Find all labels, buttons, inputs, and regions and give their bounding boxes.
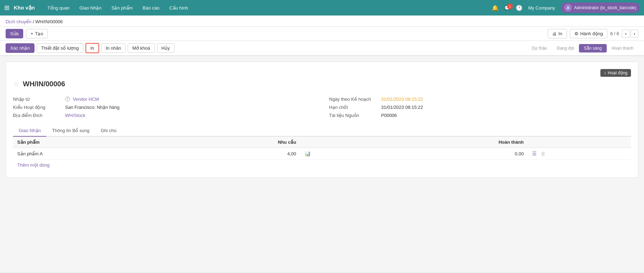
menu-item-giaonhan[interactable]: Giao Nhận [75,3,106,13]
forecast-chart-icon[interactable]: 📊 [305,151,311,156]
cell-completion: 0,00 [369,148,528,160]
topnav-right: 🔔 💬1 🕐 My Company A Administrator (to_st… [492,2,640,13]
main-content: ↕ Hoạt động ☆ WH/IN/00006 Nhập từ ? Vend… [0,56,644,273]
help-icon-nhap-tu[interactable]: ? [65,97,70,101]
tab-thong-tin[interactable]: Thông tin Bổ sung [46,125,95,137]
delete-row-icon[interactable]: 🗑 [541,151,546,156]
record-title: WH/IN/00006 [23,80,65,88]
apps-icon[interactable]: ⊞ [4,4,9,12]
prev-arrow[interactable]: ‹ [622,30,630,38]
statusbar: Dự thảo Đang đợi Sẵn sàng Hoàn thành [527,44,638,52]
next-arrow[interactable]: › [631,30,638,38]
star-icon[interactable]: ☆ [13,80,19,88]
plus-icon: + [31,31,33,36]
label-han-chot: Hạn chốt [329,105,378,110]
col-san-pham: Sản phẩm [13,137,174,148]
fields-grid: Nhập từ ? Vendor HCM Kiểu Hoạt động San … [13,95,631,119]
user-avatar: A [564,4,572,12]
arrow-up-down-icon: ↕ [604,70,606,75]
printer-icon: 🖨 [552,31,557,36]
record-header: ☆ WH/IN/00006 [13,80,631,88]
cell-chart-icon[interactable]: 📊 [300,148,369,160]
fields-left: Nhập từ ? Vendor HCM Kiểu Hoạt động San … [13,95,315,119]
value-dia-diem-dich[interactable]: WH/Stock [65,113,85,118]
field-dia-diem-dich: Địa điểm Đích WH/Stock [13,111,315,119]
gear-icon: ⚙ [574,31,579,36]
field-tai-lieu-nguon: Tài liệu Nguồn P00006 [329,111,631,119]
record-card: ↕ Hoạt động ☆ WH/IN/00006 Nhập từ ? Vend… [6,62,638,178]
label-nhap-tu: Nhập từ [13,97,62,102]
field-han-chot: Hạn chốt 31/01/2023 08:15:22 [329,103,631,111]
print-label-button[interactable]: In nhãn [101,43,126,53]
edit-button[interactable]: Sửa [6,29,23,38]
user-name: Administrator (to_stock_barcode) [574,5,636,10]
status-ready[interactable]: Sẵn sàng [579,44,607,52]
actionbar: Xác nhận Thiết đặt số lượng In In nhãn M… [0,41,644,56]
table-row: Sản phẩm A 4,00 📊 0,00 ☰ 🗑 [13,148,631,160]
field-nhap-tu: Nhập từ ? Vendor HCM [13,95,315,103]
col-chart [300,137,369,148]
breadcrumb: Dịch chuyển / WH/IN/00006 [0,15,644,27]
data-table: Sản phẩm Nhu cầu Hoàn thành Sản phẩm A 4… [13,137,631,160]
breadcrumb-parent[interactable]: Dịch chuyển [6,19,31,24]
menu-item-overview[interactable]: Tổng quan [43,3,74,13]
cancel-button[interactable]: Hủy [157,43,174,53]
toolbar-right: 🖨 In ⚙ Hành động 6 / 6 ‹ › [548,29,638,38]
unlock-button[interactable]: Mở khoá [128,43,155,53]
status-waiting[interactable]: Đang đợi [552,44,579,52]
pagination: 6 / 6 [610,31,619,36]
cell-demand: 4,00 [174,148,300,160]
menu-item-sanpham[interactable]: Sản phẩm [107,3,137,13]
value-nhap-tu[interactable]: Vendor HCM [73,97,99,102]
activity-label: Hoạt động [608,70,627,75]
value-tai-lieu-nguon: P00006 [381,113,397,118]
notif-badge: 1 [507,4,513,9]
breadcrumb-separator: / [33,19,34,24]
label-kieu-hoat-dong: Kiểu Hoạt động [13,105,62,110]
tabs: Giao Nhận Thông tin Bổ sung Ghi chú [13,125,631,137]
cell-product: Sản phẩm A [13,148,174,160]
status-done[interactable]: Hoàn thành [607,44,638,52]
label-dia-diem-dich: Địa điểm Đích [13,113,62,118]
brand-name: Kho vận [14,5,35,11]
tab-ghi-chu[interactable]: Ghi chú [95,125,122,137]
tab-giao-nhan[interactable]: Giao Nhận [13,125,46,137]
value-han-chot: 31/01/2023 08:15:22 [381,105,423,110]
fields-right: Ngày theo Kế hoạch 31/01/2023 08:15:22 H… [329,95,631,119]
clock-icon[interactable]: 🕐 [516,5,523,11]
cell-row-actions: ☰ 🗑 [528,148,631,160]
status-draft[interactable]: Dự thảo [527,44,552,52]
label-tai-lieu-nguon: Tài liệu Nguồn [329,113,378,118]
company-name: My Company [528,5,555,11]
toolbar: Sửa + Tạo 🖨 In ⚙ Hành động 6 / 6 ‹ › [0,27,644,41]
topnav: ⊞ Kho vận Tổng quan Giao Nhận Sản phẩm B… [0,0,644,15]
notif-icon[interactable]: 💬1 [504,5,510,11]
confirm-button[interactable]: Xác nhận [6,43,34,53]
bell-icon[interactable]: 🔔 [492,5,499,11]
breadcrumb-current: WH/IN/00006 [35,19,63,24]
activity-badge: ↕ Hoạt động [600,69,631,77]
print-button[interactable]: 🖨 In [548,29,567,38]
value-ngay-ke-hoach: 31/01/2023 08:15:22 [381,97,423,102]
create-button[interactable]: + Tạo [26,29,48,38]
col-actions [528,137,631,148]
field-ngay-ke-hoach: Ngày theo Kế hoạch 31/01/2023 08:15:22 [329,95,631,103]
value-kieu-hoat-dong: San Francisco: Nhận hàng [65,105,120,110]
nav-arrows: ‹ › [622,30,638,38]
menu-item-baocao[interactable]: Báo cáo [139,3,164,13]
label-ngay-ke-hoach: Ngày theo Kế hoạch [329,97,378,102]
user-menu[interactable]: A Administrator (to_stock_barcode) [561,2,640,13]
add-row[interactable]: Thêm một dòng [13,160,631,170]
menu-item-cauhinh[interactable]: Cấu hình [165,3,192,13]
action-button[interactable]: ⚙ Hành động [570,29,607,38]
topnav-menu: Tổng quan Giao Nhận Sản phẩm Báo cáo Cấu… [43,3,192,13]
set-qty-button[interactable]: Thiết đặt số lượng [37,43,83,53]
col-nhu-cau: Nhu cầu [174,137,300,148]
print-action-button[interactable]: In [85,43,99,53]
detail-list-icon[interactable]: ☰ [532,151,537,156]
field-kieu-hoat-dong: Kiểu Hoạt động San Francisco: Nhận hàng [13,103,315,111]
col-hoan-thanh: Hoàn thành [369,137,528,148]
